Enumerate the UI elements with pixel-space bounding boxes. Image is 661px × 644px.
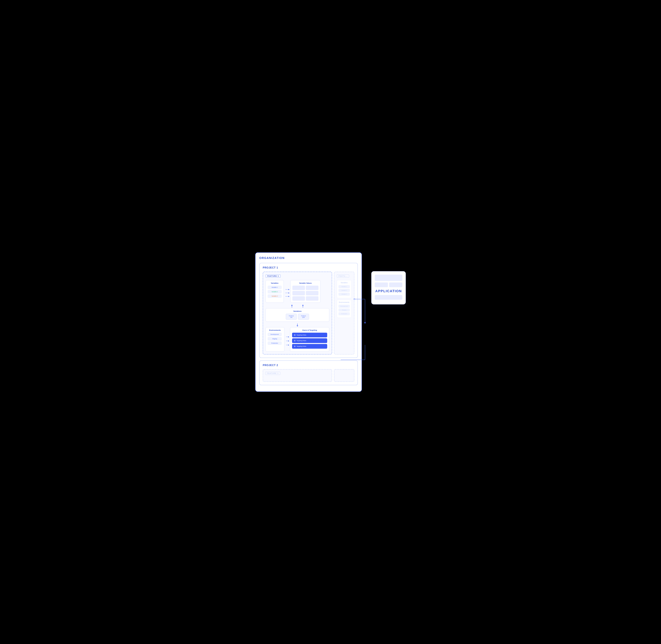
application-title: APPLICATION [375,289,402,293]
var-value-row1 [292,285,318,290]
feature2-variables-section: Variables Variable 1 Variable 2 Variable… [337,280,351,298]
env-arrow2 [286,340,289,342]
users-targeting-label: Users & Targeting [292,329,327,331]
arrow2 [285,292,290,294]
f2-var3: Variable 3 [339,293,350,296]
targeting-icon-1: ⊞ [294,334,296,336]
env-production: Production [268,342,282,345]
targeting-rule-3-label: Targeting Rules [296,346,306,347]
down-arrow-to-targeting [266,324,329,326]
variables-section-row: Variables Variable 1 Variable 2 Variable… [266,280,329,303]
project2-feature1-title: FEATURE 1 [265,372,280,375]
app-placeholder-row1 [375,282,402,287]
targeting-icon-2: ⊞ [294,340,296,342]
f2-var2: Variable 2 [339,289,350,292]
variable2-item: Variable 2 [268,290,282,294]
org-title: ORGANIZATION [259,256,358,260]
variations-label: Variations [268,310,327,312]
project2-features-row: FEATURE 1 [263,369,354,382]
bottom-section-row: Environments Development Staging Product… [266,327,329,352]
variation-off: FeatureOFF [298,314,309,320]
env-users-connector: Users & Targeting ⊞ Targeting Rules ⊞ Ta… [286,327,329,352]
project2-title: PROJECT 2 [263,364,354,367]
targeting-rule-3: ⊞ Targeting Rules [292,344,327,349]
users-targeting-box: Users & Targeting ⊞ Targeting Rules ⊞ Ta… [290,327,329,352]
var-values-grid [292,285,318,301]
variable-values-label: Variable Values [292,282,318,284]
variation-on: FeatureON [286,314,297,320]
arrow3 [285,296,290,297]
variables-label: Variables [268,282,282,284]
project2-feature2 [334,369,354,382]
var-value-row2 [292,291,318,295]
down-arrow [297,324,298,326]
targeting-rule-1: ⊞ Targeting Rules [292,333,327,337]
targeting-rule-1-label: Targeting Rules [296,334,306,336]
f2-env1: Development [339,305,350,308]
up-arrows [291,305,304,307]
variations-inner: FeatureON FeatureOFF [268,314,327,320]
organization-box: ORGANIZATION PROJECT 1 FEATURE 1 Variabl… [255,252,362,392]
f2-env2: Staging [339,308,350,312]
targeting-icon-3: ⊞ [294,345,296,347]
feature2-environments-section: Environments Development Staging Product… [337,300,351,318]
env-staging: Staging [268,337,282,341]
targeting-rule-2-label: Targeting Rules [296,340,306,342]
feature1-title: FEATURE 1 [266,274,281,278]
arrow-group [285,289,290,297]
feature1-box: FEATURE 1 Variables Variable 1 Variable … [263,272,332,354]
app-placeholder-top [375,275,402,281]
application-container: APPLICATION [371,271,406,304]
arrow1 [285,289,290,290]
app-placeholder-sm2 [389,282,402,287]
svg-marker-5 [364,321,366,323]
env-arrow1 [286,336,289,338]
project2-box: PROJECT 2 FEATURE 1 [259,361,358,385]
targeting-rule-2: ⊞ Targeting Rules [292,338,327,343]
environments-label: Environments [268,329,282,331]
val-box-1b [306,285,318,290]
project2-feature1: FEATURE 1 [263,369,332,382]
feature2-box: FEATU... Variables Variable 1 Variable 2… [334,272,354,354]
up-arrow1 [291,305,293,307]
f2-env3: Production [339,312,350,315]
val-box-2b [306,291,318,295]
variables-box: Variables Variable 1 Variable 2 Variable… [266,280,284,303]
val-box-3a [292,296,305,301]
var-value-row3 [292,296,318,301]
feature2-title: FEATU... [337,274,349,278]
feature2-environments-label: Environments [339,301,350,303]
variations-box: Variations FeatureON FeatureOFF [266,308,329,322]
variation-arrows-up [266,305,329,307]
env-arrows [286,336,289,346]
app-placeholder-bottom [375,295,402,300]
val-box-3b [306,296,318,301]
f2-var1: Variable 1 [339,285,350,288]
env-development: Development [268,333,282,336]
variable1-item: Variable 1 [268,285,282,289]
features-row: FEATURE 1 Variables Variable 1 Variable … [263,272,354,354]
project1-box: PROJECT 1 FEATURE 1 Variables Variable 1 [259,263,358,358]
application-box: APPLICATION [371,271,406,304]
variable3-item: Variable 3 [268,294,282,298]
var-values-connector: Variable Values [285,280,320,303]
up-arrow2 [302,305,304,307]
variable-values-box: Variable Values [290,280,320,303]
val-box-1a [292,285,305,290]
project1-title: PROJECT 1 [263,266,354,269]
environments-box: Environments Development Staging Product… [266,327,284,352]
env-arrow3 [286,344,289,346]
val-box-2a [292,291,305,295]
app-placeholder-sm1 [375,282,388,287]
feature2-variables-label: Variables [339,282,350,283]
